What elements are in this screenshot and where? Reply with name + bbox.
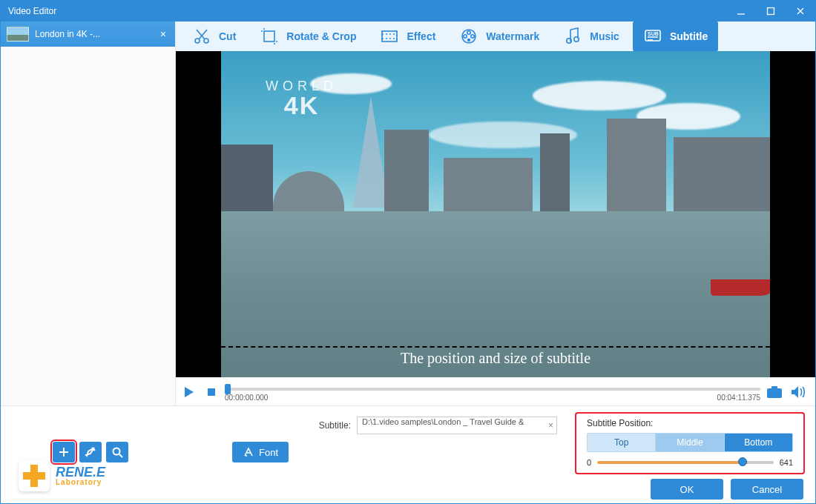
minimize-button[interactable] — [726, 1, 756, 21]
timeline[interactable]: 00:00:00.000 00:04:11.375 — [225, 382, 760, 402]
subtitle-guide-line[interactable] — [221, 346, 770, 348]
clear-input-icon[interactable]: × — [548, 420, 553, 431]
brand-logo: RENE.E Laboratory — [19, 460, 105, 491]
svg-point-8 — [467, 31, 470, 34]
position-top-button[interactable]: Top — [588, 434, 655, 451]
subtitle-file-row: Subtitle: D:\1.video samples\London _ Tr… — [11, 417, 557, 434]
position-header: Subtitle Position: — [587, 418, 793, 428]
subtitle-label: Subtitle: — [319, 420, 351, 431]
logo-sub: Laboratory — [56, 479, 105, 486]
file-thumbnail — [7, 27, 29, 42]
subtitle-overlay-text: The position and size of subtitle — [221, 350, 770, 367]
position-button-group: Top Middle Bottom — [587, 433, 793, 452]
svg-point-16 — [771, 390, 777, 396]
position-slider[interactable] — [597, 461, 774, 464]
file-label: London in 4K -... — [35, 29, 151, 39]
tab-watermark-label: Watermark — [486, 30, 539, 42]
subtitle-position-panel: Subtitle Position: Top Middle Bottom 0 6… — [575, 412, 805, 474]
titlebar: Video Editor — [1, 1, 815, 21]
snapshot-button[interactable] — [765, 384, 784, 400]
tab-music-label: Music — [590, 30, 619, 42]
svg-point-7 — [471, 35, 474, 38]
svg-rect-17 — [771, 386, 777, 389]
svg-text:SUB: SUB — [648, 31, 659, 36]
position-max-label: 641 — [780, 458, 793, 467]
svg-rect-14 — [208, 388, 215, 396]
film-icon — [380, 27, 399, 46]
sidebar: London in 4K -... × — [1, 21, 176, 405]
edit-subtitle-button[interactable] — [79, 442, 102, 462]
svg-point-9 — [467, 39, 470, 42]
close-button[interactable] — [786, 1, 815, 21]
svg-point-11 — [574, 37, 579, 42]
tab-rotate-crop[interactable]: Rotate & Crop — [249, 21, 366, 51]
tab-watermark[interactable]: Watermark — [449, 21, 550, 51]
stop-button[interactable] — [203, 383, 220, 401]
preview-area: WORLD 4K The position and size of subtit… — [176, 51, 815, 377]
tab-cut-label: Cut — [219, 30, 236, 42]
svg-point-6 — [464, 35, 467, 38]
volume-button[interactable] — [789, 384, 808, 400]
scissors-icon — [192, 27, 211, 46]
svg-rect-4 — [382, 31, 397, 42]
tab-cut[interactable]: Cut — [182, 21, 246, 51]
subtitle-path-input[interactable]: D:\1.video samples\London _ Travel Guide… — [357, 417, 557, 434]
subtitle-icon: SUB — [643, 27, 662, 46]
svg-rect-3 — [264, 31, 274, 42]
subtitle-path-value: D:\1.video samples\London _ Travel Guide… — [362, 417, 524, 426]
tab-effect-label: Effect — [407, 30, 435, 42]
main-panel: Cut Rotate & Crop Effect Watermark Music… — [176, 21, 815, 405]
total-time-label: 00:04:11.375 — [717, 394, 760, 402]
tab-subtitle[interactable]: SUB Subtitle — [633, 21, 718, 51]
logo-icon — [19, 460, 50, 491]
svg-rect-0 — [768, 8, 774, 15]
position-min-label: 0 — [587, 458, 591, 467]
music-note-icon — [563, 27, 582, 46]
bottom-panel: Subtitle: D:\1.video samples\London _ Tr… — [1, 405, 815, 503]
window-title: Video Editor — [8, 6, 726, 16]
add-subtitle-button[interactable] — [53, 442, 75, 462]
current-time-label: 00:00:00.000 — [225, 394, 268, 402]
tab-music[interactable]: Music — [553, 21, 630, 51]
tab-subtitle-label: Subtitle — [670, 30, 708, 42]
logo-brand: RENE.E — [56, 465, 105, 480]
position-slider-knob[interactable] — [738, 457, 747, 466]
timeline-playhead[interactable] — [225, 384, 231, 394]
file-close-icon[interactable]: × — [157, 28, 169, 40]
watermark-icon — [459, 27, 478, 46]
preview-watermark: WORLD 4K — [266, 79, 338, 118]
crop-icon — [260, 27, 279, 46]
video-preview[interactable]: WORLD 4K The position and size of subtit… — [221, 51, 770, 377]
search-subtitle-button[interactable] — [106, 442, 128, 462]
svg-point-18 — [113, 448, 120, 455]
font-button[interactable]: Font — [232, 442, 289, 462]
tab-rotate-label: Rotate & Crop — [286, 30, 356, 42]
tab-effect[interactable]: Effect — [369, 21, 446, 51]
font-button-label: Font — [259, 447, 278, 458]
playback-bar: 00:00:00.000 00:04:11.375 — [176, 377, 815, 405]
maximize-button[interactable] — [756, 1, 786, 21]
position-bottom-button[interactable]: Bottom — [724, 434, 792, 451]
play-button[interactable] — [180, 383, 198, 401]
cancel-button[interactable]: Cancel — [731, 479, 803, 500]
ok-button[interactable]: OK — [651, 479, 723, 500]
position-middle-button[interactable]: Middle — [655, 434, 723, 451]
toolbar-tabs: Cut Rotate & Crop Effect Watermark Music… — [176, 21, 815, 51]
file-tab[interactable]: London in 4K -... × — [1, 21, 175, 47]
